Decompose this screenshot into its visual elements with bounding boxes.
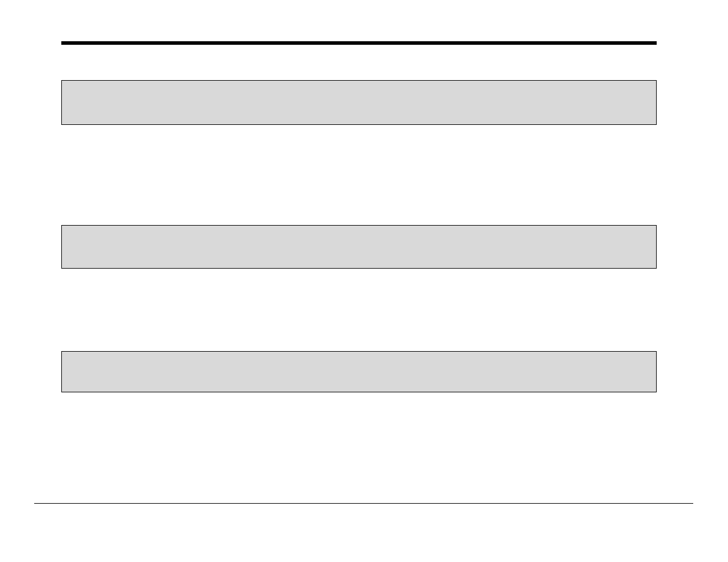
shaded-bar-1 (61, 80, 657, 125)
shaded-bar-2 (61, 225, 657, 269)
page-content (61, 0, 657, 392)
top-rule (61, 41, 657, 45)
shaded-bar-3 (61, 351, 657, 392)
bottom-rule (34, 503, 693, 504)
